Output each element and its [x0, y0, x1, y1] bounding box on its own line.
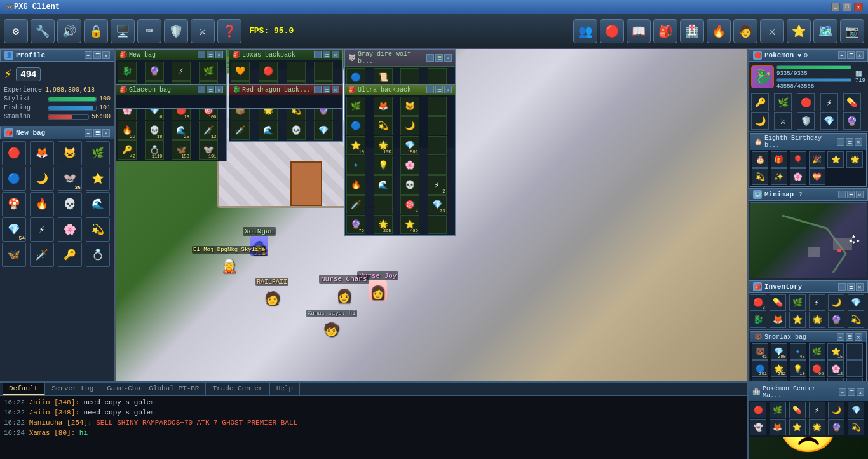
list-item[interactable]: 🦋 — [2, 243, 26, 267]
game-area[interactable]: Nurse Joy 👩 Nurse Chans 👩 XoiNgau 🧙 El M… — [116, 49, 747, 430]
pokemon-close[interactable]: ✕ — [856, 51, 864, 59]
toolbar-shield[interactable]: 🛡️ — [164, 19, 188, 43]
newbag-settings[interactable]: ☰ — [93, 129, 101, 137]
list-item[interactable]: 🐱 — [400, 97, 419, 116]
list-item[interactable]: 💎290 — [771, 343, 787, 360]
toolbar-tools[interactable]: 🔧 — [31, 19, 55, 43]
list-item[interactable]: 🔥29 — [118, 121, 137, 140]
list-item[interactable]: 🍄 — [2, 192, 26, 216]
tab-server-log[interactable]: Server Log — [45, 383, 100, 395]
list-item[interactable]: 🔑 — [751, 93, 769, 111]
list-item[interactable]: 🌊 — [86, 192, 110, 216]
list-item[interactable]: 💀18 — [145, 121, 164, 140]
list-item[interactable]: 🧡 — [231, 62, 250, 81]
birthday-minimize[interactable]: − — [837, 138, 844, 146]
list-item[interactable]: 🐻41 — [752, 343, 768, 360]
list-item[interactable]: 🐱 — [58, 141, 82, 165]
list-item[interactable]: 🌿 — [809, 343, 825, 360]
ultra-pack-minimize[interactable]: − — [426, 86, 434, 93]
list-item[interactable]: 💫 — [374, 116, 393, 135]
list-item[interactable]: 💡10 — [790, 360, 806, 377]
toolbar-sword[interactable]: ⚔️ — [760, 19, 784, 43]
toolbar-display[interactable]: 🖥️ — [111, 19, 135, 43]
list-item[interactable]: ⚡ — [30, 217, 54, 242]
list-item[interactable]: 🗡️ — [30, 243, 54, 267]
list-item[interactable]: 🔮 — [145, 62, 164, 81]
list-item[interactable]: 🔹48 — [790, 343, 806, 360]
list-item[interactable]: 🌊25 — [172, 121, 191, 140]
list-item[interactable]: 🐉 — [750, 312, 766, 328]
mew-bag-close[interactable]: ✕ — [215, 51, 223, 58]
inventory-minimize[interactable]: − — [838, 283, 846, 291]
list-item[interactable]: 🎯4 — [400, 195, 419, 214]
list-item[interactable]: 🔑42 — [118, 140, 137, 160]
list-item[interactable]: 🔵 — [346, 116, 365, 135]
list-item[interactable]: ⚡ — [820, 93, 838, 111]
list-item[interactable]: 🎈 — [790, 151, 806, 168]
tab-default[interactable]: Default — [3, 383, 45, 395]
list-item[interactable]: ⭐ — [86, 167, 110, 191]
list-item[interactable]: 🌊 — [374, 175, 393, 195]
snorlax-settings[interactable]: ☰ — [846, 333, 853, 341]
list-item[interactable]: 💎 — [848, 294, 864, 311]
minimize-button[interactable]: _ — [831, 3, 840, 11]
list-item[interactable]: 🌿 — [774, 93, 792, 111]
loxas-minimize[interactable]: − — [314, 51, 322, 58]
list-item[interactable]: 🛡️ — [797, 112, 815, 130]
list-item[interactable]: 🔹 — [346, 156, 365, 175]
list-item[interactable]: 💫 — [848, 419, 864, 435]
list-item[interactable]: 🌸12 — [827, 360, 844, 377]
toolbar-pokeball[interactable]: 🔴 — [600, 19, 624, 43]
red-dragon-minimize[interactable]: − — [314, 86, 322, 93]
list-item[interactable]: 🌿 — [346, 97, 365, 116]
list-item[interactable] — [428, 116, 447, 135]
list-item[interactable]: 🗡️13 — [199, 121, 218, 140]
list-item[interactable]: 🌙 — [30, 167, 54, 191]
profile-settings[interactable]: ☰ — [93, 51, 101, 59]
list-item[interactable]: 🔵301 — [752, 360, 768, 377]
toolbar-help[interactable]: ❓ — [217, 19, 241, 43]
list-item[interactable]: 🔴 — [259, 62, 278, 81]
minimap-settings[interactable]: ☰ — [847, 191, 855, 198]
list-item[interactable]: 💊 — [789, 402, 806, 418]
list-item[interactable]: 🌟10K — [374, 136, 393, 155]
list-item[interactable]: 🗡️ — [346, 195, 365, 214]
birthday-close[interactable]: ✕ — [855, 138, 862, 146]
list-item[interactable]: 🌊 — [259, 121, 278, 140]
list-item[interactable]: ⭐489 — [400, 215, 419, 234]
newbag-minimize[interactable]: − — [85, 129, 92, 137]
list-item[interactable]: 👻 — [750, 419, 766, 435]
list-item[interactable]: 🔮 — [843, 112, 861, 130]
gray-wolf-settings[interactable]: ☰ — [435, 54, 443, 62]
list-item[interactable]: ⭐ — [789, 312, 806, 328]
list-item[interactable]: ⚡ — [809, 402, 825, 418]
list-item[interactable]: 🦊 — [30, 141, 54, 165]
ultra-pack-close[interactable]: ✕ — [444, 86, 452, 93]
list-item[interactable]: 🔴96 — [809, 360, 825, 377]
list-item[interactable]: 🐉 — [118, 62, 137, 81]
list-item[interactable]: 🌟295 — [374, 215, 393, 234]
pokemon-minimize[interactable]: − — [838, 51, 846, 59]
list-item[interactable] — [287, 62, 306, 81]
red-dragon-settings[interactable]: ☰ — [323, 86, 330, 93]
list-item[interactable]: 💫 — [752, 168, 768, 185]
minimap-minimize[interactable]: − — [838, 191, 846, 198]
list-item[interactable]: 🌸 — [790, 168, 806, 185]
list-item[interactable]: ✨ — [771, 168, 787, 185]
list-item[interactable]: ⚔️ — [774, 112, 792, 130]
list-item[interactable]: 🔥 — [30, 192, 54, 216]
toolbar-map[interactable]: 🗺️ — [813, 19, 837, 43]
list-item[interactable] — [428, 97, 447, 116]
list-item[interactable]: 🐭191 — [199, 140, 218, 160]
list-item[interactable]: 💊 — [843, 93, 861, 111]
list-item[interactable]: 💎54 — [2, 217, 26, 242]
list-item[interactable]: 🔴 — [750, 402, 766, 418]
loxas-close[interactable]: ✕ — [332, 51, 339, 58]
list-item[interactable]: 🌿 — [199, 62, 218, 81]
birthday-settings[interactable]: ☰ — [846, 138, 853, 146]
list-item[interactable]: 🌟 — [809, 312, 825, 328]
list-item[interactable]: 🔑 — [58, 243, 82, 267]
tab-trade-center[interactable]: Trade Center — [206, 383, 269, 395]
inventory-close[interactable]: ✕ — [856, 283, 864, 291]
list-item[interactable]: 🌙 — [400, 116, 419, 135]
